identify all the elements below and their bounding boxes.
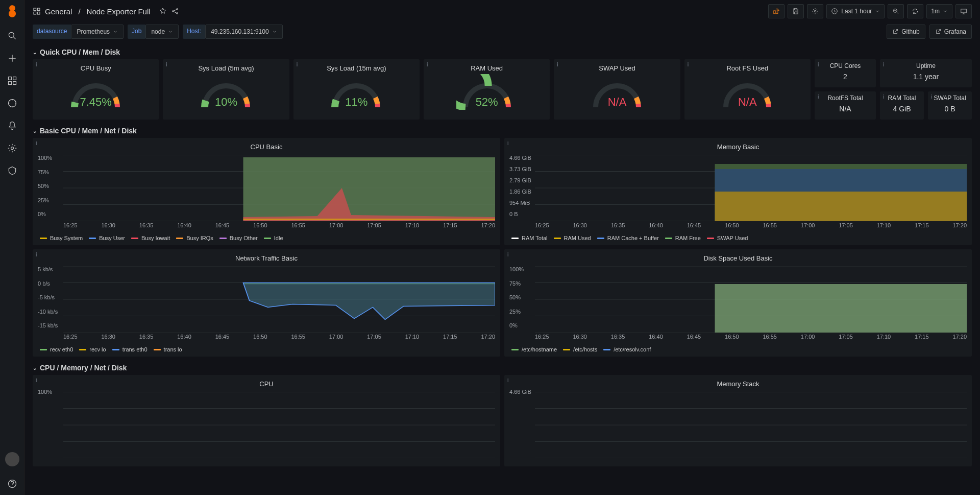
time-picker-label: Last 1 hour [841,8,872,15]
chevron-down-icon [168,29,173,34]
panel-rootfs-total[interactable]: iRootFS TotalN/A [815,91,876,120]
info-icon[interactable]: i [36,61,37,67]
info-icon[interactable]: i [36,251,37,257]
legend-item[interactable]: RAM Cache + Buffer [597,235,659,241]
legend-item[interactable]: /etc/hosts [563,346,597,352]
chart-plot [535,155,967,221]
panel-cpu-basic[interactable]: i CPU Basic 100%75%50%25%0% 16:2516:3016… [33,138,500,245]
legend-item[interactable]: RAM Free [665,235,701,241]
panel-cpu-cores[interactable]: iCPU Cores2 [815,59,876,87]
chart-legend: recv eth0recv lotrans eth0trans lo [33,344,500,357]
plus-icon[interactable] [7,53,17,63]
legend-item[interactable]: recv eth0 [40,346,73,352]
stat-value: 1.1 year [880,69,972,84]
row-header-basic[interactable]: ⌄Basic CPU / Mem / Net / Disk [24,124,980,138]
legend-item[interactable]: /etc/hostname [511,346,557,352]
star-icon[interactable] [159,7,167,15]
info-icon[interactable]: i [36,140,37,146]
legend-item[interactable]: RAM Used [554,235,591,241]
panel-sys-load-15m[interactable]: iSys Load (15m avg)11% [293,59,420,120]
breadcrumb-dashboard[interactable]: Node Exporter Full [87,7,151,16]
chart-body: 4.66 GiB [504,390,972,460]
var-datasource-label: datasource [33,25,71,39]
grafana-logo[interactable] [5,4,19,18]
chevron-down-icon [943,9,948,14]
legend-item[interactable]: Busy System [40,235,83,241]
settings-button[interactable] [807,4,823,18]
search-icon[interactable] [7,31,17,41]
share-icon[interactable] [171,7,179,15]
info-icon[interactable]: i [557,61,558,67]
zoom-out-button[interactable] [888,4,904,18]
legend-item[interactable]: Busy User [89,235,125,241]
add-panel-button[interactable] [768,4,785,18]
server-admin-icon[interactable] [7,166,17,176]
info-icon[interactable]: i [507,140,508,146]
info-icon[interactable]: i [36,377,37,383]
breadcrumb-folder[interactable]: General [45,7,72,16]
panel-swap-used[interactable]: iSWAP UsedN/A [554,59,680,120]
link-github[interactable]: Github [887,25,925,39]
legend-item[interactable]: Busy Other [219,235,258,241]
info-icon[interactable]: i [297,61,298,67]
panel-ram-total[interactable]: iRAM Total4 GiB [880,91,924,120]
info-icon[interactable]: i [166,61,167,67]
panel-memory-basic[interactable]: i Memory Basic 4.66 GiB3.73 GiB2.79 GiB1… [504,138,972,245]
var-host-select[interactable]: 49.235.160.131:9100 [205,25,282,39]
panel-rootfs-used[interactable]: iRoot FS UsedN/A [684,59,811,120]
link-grafana[interactable]: Grafana [929,25,972,39]
chart-body: 100% [33,390,500,460]
legend-item[interactable]: Busy IRQs [176,235,213,241]
row-header-quick[interactable]: ⌄Quick CPU / Mem / Disk [24,45,980,59]
legend-item[interactable]: Idle [264,235,283,241]
info-icon[interactable]: i [883,93,884,100]
info-icon[interactable]: i [818,93,819,100]
panel-network-basic[interactable]: i Network Traffic Basic 5 kb/s0 b/s-5 kb… [33,249,500,357]
var-job-select[interactable]: node [145,25,179,39]
info-icon[interactable]: i [818,61,819,67]
gauge-value: 10% [215,96,237,109]
legend-item[interactable]: RAM Total [511,235,548,241]
save-button[interactable] [788,4,804,18]
panel-uptime[interactable]: iUptime1.1 year [880,59,972,87]
gauge-value: 7.45% [80,96,111,109]
svg-rect-20 [961,9,967,13]
chart-body: 100%75%50%25%0% 16:2516:3016:3516:4016:4… [504,264,972,344]
configuration-icon[interactable] [7,143,17,153]
dashboards-icon[interactable] [7,76,17,86]
legend-item[interactable]: trans eth0 [112,346,148,352]
info-icon[interactable]: i [931,93,932,100]
panel-ram-used[interactable]: iRAM Used52% [424,59,550,120]
info-icon[interactable]: i [427,61,428,67]
help-icon[interactable] [7,479,17,489]
legend-item[interactable]: Busy Iowait [131,235,170,241]
chart-legend: Busy SystemBusy UserBusy IowaitBusy IRQs… [33,233,500,245]
legend-item[interactable]: /etc/resolv.conf [603,346,651,352]
gauge-value: 52% [476,96,498,109]
refresh-button[interactable] [907,4,923,18]
row-header-detail[interactable]: ⌄CPU / Memory / Net / Disk [24,361,980,375]
panel-memory-stack[interactable]: i Memory Stack 4.66 GiB [504,375,972,466]
alerting-icon[interactable] [7,121,17,131]
panel-swap-total[interactable]: iSWAP Total0 B [928,91,972,120]
legend-item[interactable]: trans lo [154,346,182,352]
panel-cpu-detail[interactable]: i CPU 100% [33,375,500,466]
panel-title: Memory Stack [504,375,972,390]
refresh-interval-picker[interactable]: 1m [926,4,952,18]
info-icon[interactable]: i [688,61,689,67]
info-icon[interactable]: i [507,377,508,383]
panel-disk-basic[interactable]: i Disk Space Used Basic 100%75%50%25%0% … [504,249,972,357]
panel-title: RAM Used [424,59,550,74]
info-icon[interactable]: i [507,251,508,257]
legend-item[interactable]: SWAP Used [707,235,748,241]
var-datasource-select[interactable]: Prometheus [71,25,124,39]
panel-cpu-busy[interactable]: iCPU Busy7.45% [33,59,159,120]
cycle-view-button[interactable] [955,4,972,18]
info-icon[interactable]: i [883,61,884,67]
time-picker[interactable]: Last 1 hour [826,4,885,18]
avatar[interactable] [5,452,19,466]
panel-sys-load-5m[interactable]: iSys Load (5m avg)10% [163,59,289,120]
explore-icon[interactable] [7,98,17,108]
svg-point-17 [815,10,817,12]
legend-item[interactable]: recv lo [79,346,106,352]
